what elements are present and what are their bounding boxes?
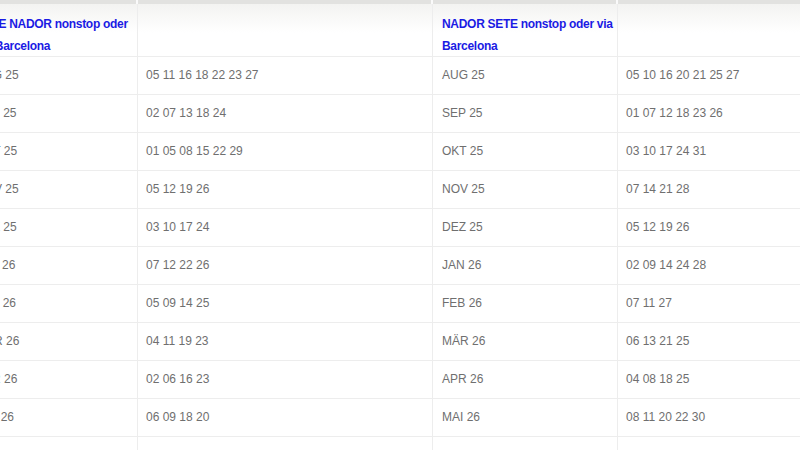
month-cell: JAN 26 bbox=[0, 247, 138, 284]
month-cell: MAI 26 bbox=[433, 399, 618, 436]
dates-cell: 07 11 27 bbox=[618, 285, 800, 322]
month-cell: SEP 25 bbox=[0, 95, 138, 132]
dates-cell: 06 09 18 20 bbox=[138, 399, 433, 436]
dates-cell: 03 10 17 24 bbox=[138, 209, 433, 246]
month-cell: OKT 25 bbox=[433, 133, 618, 170]
empty-header-cell bbox=[138, 4, 433, 56]
dates-cell: 05 11 16 18 22 23 27 bbox=[138, 57, 433, 94]
schedule-row: FEB 2605 09 14 25FEB 2607 11 27 bbox=[0, 285, 800, 323]
empty-cell bbox=[0, 437, 138, 450]
dates-cell: 07 12 22 26 bbox=[138, 247, 433, 284]
schedule-rows: AUG 2505 11 16 18 22 23 27AUG 2505 10 16… bbox=[0, 57, 800, 437]
empty-cell bbox=[138, 437, 433, 450]
month-cell: DEZ 25 bbox=[0, 209, 138, 246]
month-cell: APR 26 bbox=[0, 361, 138, 398]
schedule-row: MÄR 2604 11 19 23MÄR 2606 13 21 25 bbox=[0, 323, 800, 361]
empty-header-cell bbox=[618, 4, 800, 56]
dates-cell: 07 14 21 28 bbox=[618, 171, 800, 208]
dates-cell: 04 11 19 23 bbox=[138, 323, 433, 360]
route-title-nador-sete[interactable]: NADOR SETE nonstop oder via Barcelona bbox=[433, 4, 618, 56]
dates-cell: 05 12 19 26 bbox=[618, 209, 800, 246]
month-cell: MÄR 26 bbox=[433, 323, 618, 360]
month-cell: AUG 25 bbox=[433, 57, 618, 94]
month-cell: SEP 25 bbox=[433, 95, 618, 132]
month-cell: MAI 26 bbox=[0, 399, 138, 436]
month-cell: NOV 25 bbox=[433, 171, 618, 208]
dates-cell: 04 08 18 25 bbox=[618, 361, 800, 398]
month-cell: APR 26 bbox=[433, 361, 618, 398]
dates-cell: 03 10 17 24 31 bbox=[618, 133, 800, 170]
ferry-schedule-table: SETE NADOR nonstop oder via Barcelona NA… bbox=[0, 0, 800, 450]
month-cell: FEB 26 bbox=[0, 285, 138, 322]
clipped-bottom-row bbox=[0, 437, 800, 450]
schedule-row: SEP 2502 07 13 18 24SEP 2501 07 12 18 23… bbox=[0, 95, 800, 133]
month-cell: MÄR 26 bbox=[0, 323, 138, 360]
page: SETE NADOR nonstop oder via Barcelona NA… bbox=[0, 0, 800, 450]
month-cell: FEB 26 bbox=[433, 285, 618, 322]
dates-cell: 05 09 14 25 bbox=[138, 285, 433, 322]
month-cell: JAN 26 bbox=[433, 247, 618, 284]
schedule-row: NOV 2505 12 19 26NOV 2507 14 21 28 bbox=[0, 171, 800, 209]
schedule-row: APR 2602 06 16 23APR 2604 08 18 25 bbox=[0, 361, 800, 399]
schedule-row: DEZ 2503 10 17 24DEZ 2505 12 19 26 bbox=[0, 209, 800, 247]
dates-cell: 02 09 14 24 28 bbox=[618, 247, 800, 284]
dates-cell: 05 10 16 20 21 25 27 bbox=[618, 57, 800, 94]
schedule-row: JAN 2607 12 22 26JAN 2602 09 14 24 28 bbox=[0, 247, 800, 285]
empty-cell bbox=[618, 437, 800, 450]
dates-cell: 06 13 21 25 bbox=[618, 323, 800, 360]
dates-cell: 08 11 20 22 30 bbox=[618, 399, 800, 436]
table-header-row: SETE NADOR nonstop oder via Barcelona NA… bbox=[0, 4, 800, 57]
schedule-row: MAI 2606 09 18 20MAI 2608 11 20 22 30 bbox=[0, 399, 800, 437]
month-cell: DEZ 25 bbox=[433, 209, 618, 246]
month-cell: NOV 25 bbox=[0, 171, 138, 208]
schedule-row: AUG 2505 11 16 18 22 23 27AUG 2505 10 16… bbox=[0, 57, 800, 95]
dates-cell: 01 05 08 15 22 29 bbox=[138, 133, 433, 170]
dates-cell: 02 06 16 23 bbox=[138, 361, 433, 398]
route-title-sete-nador[interactable]: SETE NADOR nonstop oder via Barcelona bbox=[0, 4, 138, 56]
empty-cell bbox=[433, 437, 618, 450]
schedule-row: OKT 2501 05 08 15 22 29OKT 2503 10 17 24… bbox=[0, 133, 800, 171]
dates-cell: 05 12 19 26 bbox=[138, 171, 433, 208]
dates-cell: 01 07 12 18 23 26 bbox=[618, 95, 800, 132]
month-cell: OKT 25 bbox=[0, 133, 138, 170]
dates-cell: 02 07 13 18 24 bbox=[138, 95, 433, 132]
month-cell: AUG 25 bbox=[0, 57, 138, 94]
